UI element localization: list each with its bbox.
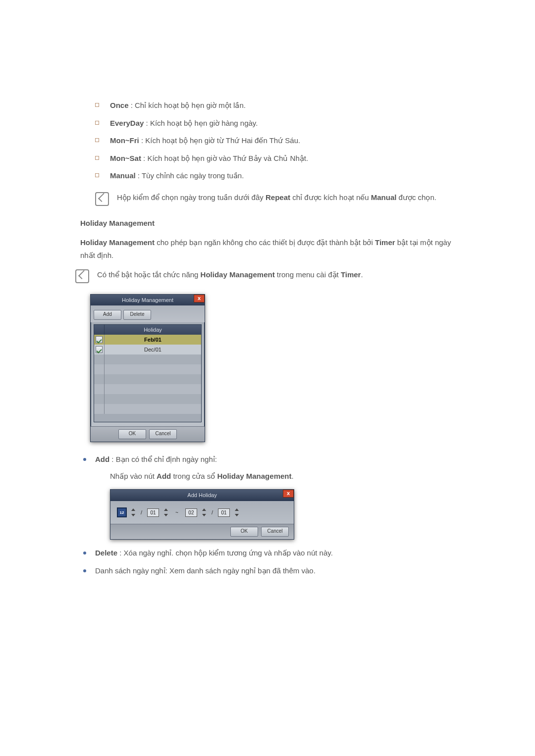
end-day-input[interactable]: 01 bbox=[218, 508, 230, 517]
row-value: Dec/01 bbox=[105, 345, 201, 354]
ok-button[interactable]: OK bbox=[118, 429, 146, 439]
end-month-input[interactable]: 02 bbox=[185, 508, 197, 517]
hm-rows: Feb/01 Dec/01 bbox=[94, 335, 201, 422]
option-label: Mon~Sat bbox=[110, 154, 141, 162]
note-manual-checkbox: Hộp kiểm để chọn ngày trong tuần dưới đâ… bbox=[95, 191, 467, 206]
hm-table-header: Holiday bbox=[94, 325, 201, 335]
hm-toolbar: Add Delete bbox=[91, 305, 205, 322]
row-checkbox-cell[interactable] bbox=[94, 345, 105, 354]
ah-title: Add Holiday bbox=[187, 491, 216, 500]
hm-description: Holiday Management cho phép bạn ngăn khô… bbox=[80, 236, 467, 261]
start-month-input[interactable]: 01 bbox=[147, 508, 159, 517]
add-instruction: Nhấp vào nút Add trong cửa sổ Holiday Ma… bbox=[110, 470, 467, 483]
option-monfri: Mon~Fri : Kích hoạt bộ hẹn giờ từ Thứ Ha… bbox=[95, 134, 467, 147]
spinner-icon[interactable] bbox=[131, 508, 136, 516]
option-monsat: Mon~Sat : Kích hoạt bộ hẹn giờ vào Thứ B… bbox=[95, 152, 467, 165]
hm-title: Holiday Management bbox=[122, 296, 173, 305]
list-item: Add : Bạn có thể chỉ định ngày nghỉ: Nhấ… bbox=[80, 453, 467, 540]
table-row bbox=[94, 384, 201, 394]
note-icon bbox=[95, 192, 109, 206]
hm-table: Holiday Feb/01 Dec/01 bbox=[94, 324, 202, 422]
option-desc: : Tùy chỉnh các ngày trong tuần. bbox=[136, 171, 244, 180]
note-text: Hộp kiểm để chọn ngày trong tuần dưới đâ… bbox=[117, 191, 436, 204]
option-label: EveryDay bbox=[110, 119, 144, 127]
table-row bbox=[94, 394, 201, 404]
option-once: Once : Chỉ kích hoạt bộ hẹn giờ một lần. bbox=[95, 99, 467, 112]
table-row bbox=[94, 354, 201, 364]
hm-list-wrap: Holiday Feb/01 Dec/01 bbox=[91, 322, 205, 426]
note-text: Có thể bật hoặc tắt chức năng Holiday Ma… bbox=[97, 268, 363, 281]
repeat-option-list: Once : Chỉ kích hoạt bộ hẹn giờ một lần.… bbox=[95, 99, 467, 182]
holiday-management-dialog: Holiday Management x Add Delete Holiday bbox=[90, 294, 205, 442]
calendar-icon[interactable] bbox=[117, 508, 126, 517]
table-row bbox=[94, 374, 201, 384]
option-desc: : Kích hoạt bộ hẹn giờ vào Thứ Bảy và Ch… bbox=[141, 154, 308, 162]
hm-actions-list: Add : Bạn có thể chỉ định ngày nghỉ: Nhấ… bbox=[80, 453, 467, 577]
content-column: Once : Chỉ kích hoạt bộ hẹn giờ một lần.… bbox=[80, 99, 467, 577]
delete-button[interactable]: Delete bbox=[123, 310, 151, 320]
list-item: Danh sách ngày nghỉ: Xem danh sách ngày … bbox=[80, 564, 467, 577]
add-button[interactable]: Add bbox=[94, 310, 121, 320]
table-row[interactable]: Dec/01 bbox=[94, 345, 201, 354]
checkbox-icon[interactable] bbox=[96, 336, 103, 343]
spinner-icon[interactable] bbox=[164, 508, 168, 516]
option-label: Manual bbox=[110, 171, 136, 180]
row-value: Feb/01 bbox=[105, 335, 201, 345]
option-label: Mon~Fri bbox=[110, 136, 139, 145]
list-item: Delete : Xóa ngày nghỉ. chọn hộp kiểm tư… bbox=[80, 547, 467, 559]
table-row bbox=[94, 404, 201, 414]
hm-footer: OK Cancel bbox=[91, 426, 205, 442]
ah-body: / 01 ~ 02 / 01 bbox=[110, 501, 294, 524]
close-button[interactable]: x bbox=[194, 295, 205, 302]
row-checkbox-cell[interactable] bbox=[94, 335, 105, 345]
spinner-icon[interactable] bbox=[202, 508, 207, 516]
ok-button[interactable]: OK bbox=[230, 527, 258, 537]
cancel-button[interactable]: Cancel bbox=[149, 429, 177, 439]
option-label: Once bbox=[110, 101, 129, 109]
close-button[interactable]: x bbox=[283, 490, 294, 498]
note-icon bbox=[75, 269, 89, 283]
add-holiday-dialog: Add Holiday x / 01 ~ 02 / 01 bbox=[110, 489, 294, 540]
table-row bbox=[94, 364, 201, 374]
option-desc: : Kích hoạt bộ hẹn giờ từ Thứ Hai đến Th… bbox=[139, 136, 300, 145]
hm-header-checkbox-col bbox=[94, 325, 105, 335]
ah-titlebar: Add Holiday x bbox=[110, 490, 294, 501]
checkbox-icon[interactable] bbox=[96, 346, 103, 353]
document-page: Once : Chỉ kích hoạt bộ hẹn giờ một lần.… bbox=[0, 0, 535, 756]
spinner-icon[interactable] bbox=[235, 508, 239, 516]
hm-titlebar: Holiday Management x bbox=[91, 295, 205, 305]
option-manual: Manual : Tùy chỉnh các ngày trong tuần. bbox=[95, 169, 467, 182]
table-row[interactable]: Feb/01 bbox=[94, 335, 201, 345]
note-hm-toggle: Có thể bật hoặc tắt chức năng Holiday Ma… bbox=[75, 268, 467, 283]
ah-footer: OK Cancel bbox=[110, 524, 294, 539]
option-desc: : Chỉ kích hoạt bộ hẹn giờ một lần. bbox=[129, 101, 246, 109]
cancel-button[interactable]: Cancel bbox=[261, 527, 289, 537]
option-everyday: EveryDay : Kích hoạt bộ hẹn giờ hàng ngà… bbox=[95, 117, 467, 130]
holiday-management-heading: Holiday Management bbox=[80, 217, 467, 230]
hm-header-holiday: Holiday bbox=[105, 325, 201, 335]
option-desc: : Kích hoạt bộ hẹn giờ hàng ngày. bbox=[144, 119, 258, 127]
